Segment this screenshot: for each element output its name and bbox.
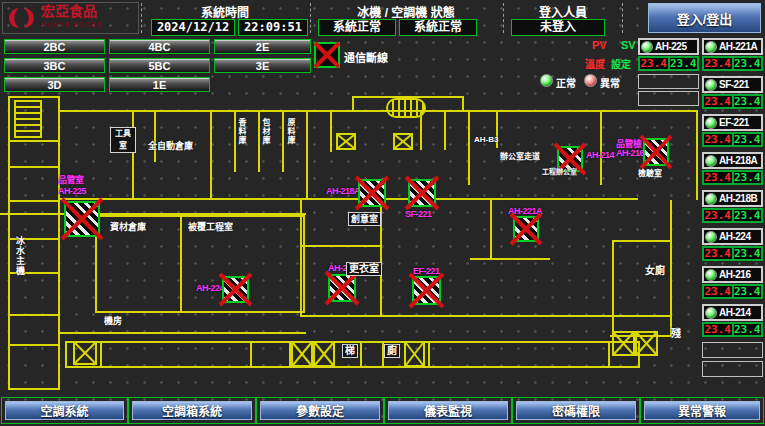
wall [306,110,308,198]
unit-ah-221a-values: 23.4 23.4 [702,56,763,71]
floor-button-3d[interactable]: 3D [4,77,105,92]
elevator-x-icon [291,341,313,367]
login-user-value: 未登入 [511,19,605,36]
unit-ah-218a[interactable]: AH-218A [702,152,763,169]
wall [468,110,470,185]
floor-button-2bc[interactable]: 2BC [4,39,105,54]
wall [100,341,102,368]
pv-value: 23.4 [639,57,669,70]
machine-ah-218a[interactable] [358,179,386,207]
comm-offline-label: 通信斷線 [344,49,388,65]
unit-status-led [705,269,717,281]
room-label: 全自動倉庫 [148,139,193,152]
elevator-x-icon [313,341,335,367]
floor-button-3bc[interactable]: 3BC [4,58,105,73]
machine-ah-225[interactable] [64,201,100,237]
machine-ah-221a[interactable] [513,216,539,242]
elevator-x-icon [404,341,425,367]
nav-button-parameter-settings[interactable]: 參數設定 [260,401,380,420]
divider [622,3,623,33]
unit-ef-221[interactable]: EF-221 [702,114,763,131]
machine-status-header: 冰機 / 空調機 狀態 [313,3,499,20]
floor-button-3e[interactable]: 3E [214,58,311,73]
ac-status-value: 系統正常 [399,19,477,36]
wall [612,240,670,242]
unit-sf-221-values: 23.4 23.4 [702,94,763,109]
footer-cell: 空調系統 [1,397,128,424]
wall [612,240,614,335]
offline-x-icon [410,181,434,205]
nav-button-ac-system[interactable]: 空調系統 [5,401,124,420]
unit-ah-224[interactable]: AH-224 [702,228,763,245]
unit-ah-221a[interactable]: AH-221A [702,38,763,55]
divider [310,3,311,33]
unit-name: AH-225 [655,41,686,52]
machine-ah-224[interactable] [222,276,249,303]
footer-cell: 異常警報 [640,397,764,424]
divider [141,3,142,33]
room-label: 工程辦公室 [542,166,577,176]
nav-button-meter-monitor[interactable]: 儀表監視 [388,401,508,420]
machine-label-ef-221: EF-221 [413,266,440,276]
unit-ah-218b[interactable]: AH-218B [702,190,763,207]
elevator-x-icon [612,331,635,356]
wall [8,140,60,142]
unit-status-led [705,307,717,319]
brand-name: 宏亞食品 [41,3,97,19]
machine-ef-221[interactable] [412,276,441,305]
room-label: 辦公室走道 [500,150,540,161]
system-time-value: 22:09:51 [238,19,308,36]
unit-name: AH-214 [719,307,750,318]
machine-ah-218b[interactable] [328,274,356,302]
chiller-status-value: 系統正常 [318,19,396,36]
unit-ah-218b-values: 23.4 23.4 [702,208,763,223]
login-logout-button[interactable]: 登入/登出 [648,3,761,33]
machine-label-ah-225: AH-225 [58,186,86,196]
wall [420,110,422,150]
machine-label-ah-224: AH-224 [196,283,224,293]
room-label: 梯 [342,344,358,358]
wall [250,341,252,368]
wall [696,110,698,200]
sv-name-label: 設定 [611,56,631,71]
unit-name: AH-218B [719,193,757,204]
nav-button-abnormal-alarm[interactable]: 異常警報 [644,401,760,420]
pv-value: 23.4 [703,57,733,70]
wall [58,332,306,334]
room-label: 創意室 [348,212,381,226]
unit-ah-225[interactable]: AH-225 [638,38,699,55]
unit-ah-214[interactable]: AH-214 [702,304,763,321]
floor-button-5bc[interactable]: 5BC [109,58,210,73]
room-label: 女廁 [645,262,665,277]
brand-logo: 宏亞食品 HUNYA FOODS [2,2,139,34]
offline-x-icon [414,278,439,303]
pv-name-label: 溫度 [585,56,605,71]
machine-ah-216[interactable] [643,138,669,166]
unit-name: SF-221 [719,79,749,90]
floor-button-4bc[interactable]: 4BC [109,39,210,54]
nav-button-password-permission[interactable]: 密碼權限 [516,401,636,420]
unit-name: EF-221 [719,117,749,128]
sv-value: 23.4 [733,171,763,184]
wall [282,110,284,172]
brand-text: 宏亞食品 HUNYA FOODS [41,5,103,31]
sv-value: 23.4 [733,285,763,298]
wall [58,198,638,200]
wall [360,341,362,368]
room-label: 香料庫 [236,118,247,145]
unit-ef-221-values: 23.4 23.4 [702,132,763,147]
unit-ah-216[interactable]: AH-216 [702,266,763,283]
unit-ah-224-values: 23.4 23.4 [702,246,763,261]
unit-ah-214-values: 23.4 23.4 [702,322,763,337]
machine-sf-221[interactable] [408,179,436,207]
room-label: 工具室 [110,127,136,153]
floor-button-2e[interactable]: 2E [214,39,311,54]
room-label: 冰水主機 [14,236,27,276]
abnormal-led-icon [584,74,597,87]
unit-sf-221[interactable]: SF-221 [702,76,763,93]
floor-button-1e[interactable]: 1E [109,77,210,92]
pv-value: 23.4 [703,247,733,260]
room-label: 被覆工程室 [188,220,233,233]
empty-slot [702,342,763,358]
nav-button-ahu-system[interactable]: 空調箱系統 [132,401,252,420]
